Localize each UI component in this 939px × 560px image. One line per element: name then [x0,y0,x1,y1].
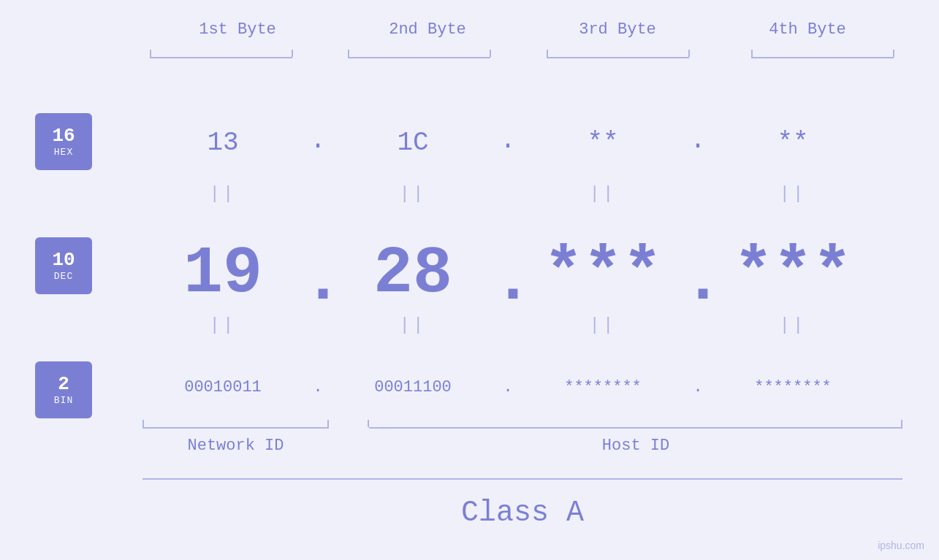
eq2-b1: || [142,315,303,335]
tick-4a [751,50,753,57]
btick-right [901,420,902,427]
dot-hex-1: . [303,126,332,156]
tick-2a [348,50,349,57]
bottom-bracket-host [369,427,902,429]
header-byte1: 1st Byte [157,20,318,39]
watermark: ipshu.com [878,540,924,551]
equals-hex-dec: || || || || [142,183,902,204]
dec-byte4: *** [712,237,873,311]
hex-row: 13 . 1C . ** . ** [142,113,902,172]
hex-byte3: ** [522,128,683,158]
dec-byte2: 28 [332,237,493,311]
badge-hex: 16 HEX [35,113,92,170]
dot-hex-3: . [683,126,712,156]
dot-hex-2: . [493,126,522,156]
column-headers: 1st Byte 2nd Byte 3rd Byte 4th Byte [142,20,902,39]
eq2-b3: || [522,315,683,335]
dec-byte1: 19 [142,237,303,311]
dot-bin-1: . [303,378,332,396]
eq2-b2: || [332,315,493,335]
dot-dec-1: . [303,244,332,318]
hex-byte4: ** [712,128,873,158]
tick-1a [150,50,151,57]
dot-dec-2: . [493,244,522,318]
labels-row: Network ID Host ID [142,437,902,455]
btick-mid2 [368,420,369,427]
header-byte3: 3rd Byte [537,20,698,39]
header-byte4: 4th Byte [727,20,888,39]
eq1-b2: || [332,184,493,204]
eq1-b4: || [712,184,873,204]
class-label: Class A [142,496,902,529]
eq1-b3: || [522,184,683,204]
dot-bin-2: . [493,378,522,396]
btick-left [142,420,144,427]
tick-4b [893,50,894,57]
bracket-4th [751,57,894,58]
header-byte2: 2nd Byte [347,20,508,39]
label-host-id: Host ID [369,437,902,455]
bin-row: 00010011 . 00011100 . ******** . *******… [142,365,902,409]
dot-dec-3: . [683,244,712,318]
bin-byte4: ******** [712,378,873,396]
btick-mid1 [327,420,329,427]
bottom-bracket-network [142,427,329,429]
badge-bin: 2 BIN [35,361,92,418]
bin-byte2: 00011100 [332,378,493,396]
dec-byte3: *** [522,237,683,311]
tick-1b [292,50,293,57]
badge-dec: 10 DEC [35,237,92,294]
hex-byte1: 13 [142,128,303,158]
dec-row: 19 . 28 . *** . *** [142,241,902,307]
equals-dec-bin: || || || || [142,314,902,336]
full-bottom-bracket [142,478,902,480]
tick-3a [547,50,548,57]
dot-bin-3: . [683,378,712,396]
hex-byte2: 1C [332,128,493,158]
eq1-b1: || [142,184,303,204]
bracket-3rd [547,57,689,58]
bin-byte1: 00010011 [142,378,303,396]
bracket-1st [150,57,292,58]
label-network-id: Network ID [142,437,329,455]
bin-byte3: ******** [522,378,683,396]
tick-2b [490,50,491,57]
bracket-2nd [348,57,490,58]
eq2-b4: || [712,315,873,335]
tick-3b [688,50,690,57]
